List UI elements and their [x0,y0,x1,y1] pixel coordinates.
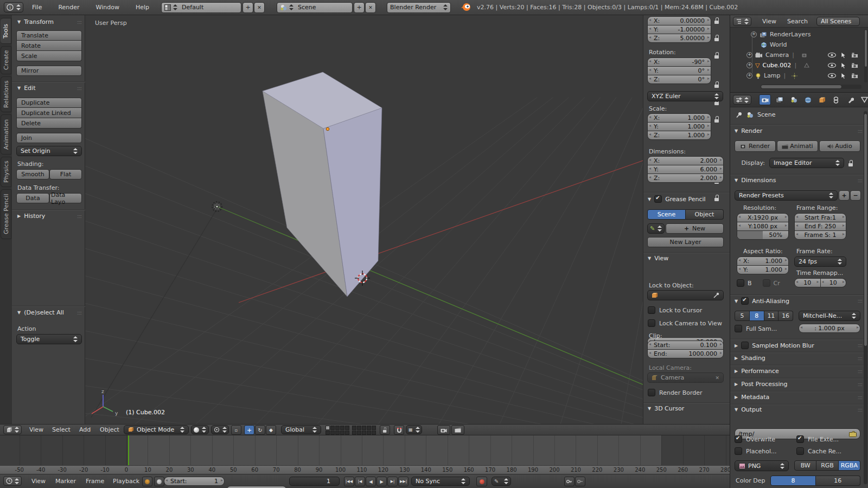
location-z-field[interactable]: Z:5.00000 [647,34,711,43]
tool-shelf-tab-grease-pencil[interactable]: Grease Pencil [1,189,11,239]
gp-brush-dropdown[interactable]: ✎ [647,223,665,234]
panel-checkbox[interactable] [741,342,749,349]
pin-icon[interactable] [736,111,743,118]
renderable-camera-icon[interactable] [851,53,858,58]
anti-aliasing-checkbox[interactable] [741,297,749,305]
jump-next-keyframe-button[interactable]: ▶| [387,477,398,486]
breadcrumb-scene[interactable]: Scene [757,111,776,118]
menu-add[interactable]: Add [76,426,94,433]
tab-data[interactable] [859,97,868,103]
gp-new-layer-button[interactable]: New Layer [647,237,724,247]
menu-help[interactable]: Help [132,4,152,11]
rotation-y-field[interactable]: Y:0° [647,66,711,75]
jump-to-start-button[interactable]: |◀◀ [344,477,354,486]
data-layout-button[interactable]: Data Layo [49,193,82,203]
manipulator-translate-toggle[interactable]: + [244,425,254,435]
duplicate-button[interactable]: Duplicate [16,98,82,108]
render-border-checkbox[interactable] [648,389,655,396]
panel-deselect-header[interactable]: ▼ (De)select All:::: [17,309,81,316]
add-scene-button[interactable]: + [354,2,365,13]
renderable-camera-icon[interactable] [851,63,858,68]
outliner-row[interactable]: + RenderLayers [730,29,864,40]
layer-cell[interactable] [335,426,340,430]
snap-magnet-toggle[interactable] [394,425,404,435]
gp-new-button[interactable]: +New [666,223,724,234]
menu-view[interactable]: View [759,18,780,25]
resolution-percent-slider[interactable]: 50% [737,230,789,240]
panel-3d-cursor-header[interactable]: ▼ 3D Cursor [648,405,725,412]
render-audio-button[interactable]: Audio [819,140,860,152]
panel-history-header[interactable]: ▶ History:::: [17,213,81,220]
placeholders-checkbox[interactable] [735,447,742,455]
lock-object-field[interactable] [647,290,724,300]
action-dropdown[interactable]: Toggle [16,334,82,344]
layer-cell[interactable] [352,426,356,430]
menu-select[interactable]: Select [49,426,74,433]
location-y-field[interactable]: Y:-1.00000 [647,25,711,34]
layer-cell[interactable] [340,426,344,430]
aa-filter-size-field[interactable]: : 1.000 px [799,324,860,333]
panel-sampled-motion-blur-header[interactable]: ▶Sampled Motion Blur:::: [735,342,862,349]
layer-cell[interactable] [357,426,361,430]
sync-dropdown[interactable]: No Sync [411,477,470,486]
jump-prev-keyframe-button[interactable]: |◀ [355,477,365,486]
jump-to-end-button[interactable]: ▶▶| [398,477,409,486]
close-layout-button[interactable]: ✕ [254,2,265,13]
end-frame-field[interactable]: End:250 [226,486,287,488]
crop-checkbox[interactable] [763,279,770,287]
end-frame-field[interactable]: End F: 250 [794,222,846,231]
cube-object[interactable] [263,72,382,297]
display-dropdown[interactable]: Image Editor [769,158,844,168]
delete-keyframe-button[interactable] [575,477,585,486]
aa-samples-5[interactable]: 5 [735,311,750,321]
lock-to-scene-toggle[interactable] [380,425,390,435]
tab-modifiers[interactable] [845,97,856,104]
panel-edit-header[interactable]: ▼ Edit:::: [17,85,81,92]
layer-cell[interactable] [367,431,371,435]
menu-view[interactable]: View [28,478,49,485]
keying-set-dropdown[interactable]: ✎ [492,477,511,486]
transform-orientation-dropdown[interactable]: Global [281,425,321,434]
horizontal-scrollbar[interactable] [761,85,861,89]
manipulator-scale-toggle[interactable]: ◆ [266,425,276,435]
add-layout-button[interactable]: + [242,2,253,13]
lock-rotation-x-icon[interactable] [713,81,720,88]
join-button[interactable]: Join [16,133,82,143]
current-frame-field[interactable]: 1 [289,477,340,486]
panel-shading-header[interactable]: ▶Shading:::: [735,355,862,362]
folder-icon[interactable] [849,431,857,437]
tool-shelf-tab-create[interactable]: Create [1,46,11,74]
scene-selector[interactable]: Scene [277,2,353,13]
aa-samples-11[interactable]: 11 [764,311,779,321]
layer-cell[interactable] [340,431,344,435]
layer-cell[interactable] [345,431,349,435]
overwrite-checkbox[interactable] [735,435,742,443]
play-button[interactable]: ▶ [376,477,387,486]
scale-y-field[interactable]: Y:1.000 [647,122,711,131]
outliner-row[interactable]: World [730,40,864,50]
depth-8-button[interactable]: 8 [770,476,815,486]
menu-frame[interactable]: Frame [82,478,107,485]
location-x-field[interactable]: X:0.00000 [647,16,711,25]
start-frame-field[interactable]: Start Fra:1 [794,213,846,222]
scale-z-field[interactable]: Z:1.000 [647,131,711,140]
local-camera-field[interactable]: Camera ✕ [647,373,724,383]
clip-start-field[interactable]: Start:0.100 [647,341,724,350]
menu-object[interactable]: Object [97,426,123,433]
viewport-shading-dropdown[interactable] [191,425,209,434]
depth-16-button[interactable]: 16 [816,476,860,486]
lock-camera-checkbox[interactable] [648,319,655,327]
border-row[interactable]: B Cr [737,279,780,287]
tab-render-layers[interactable] [774,97,785,103]
renderable-camera-icon[interactable] [851,73,858,79]
layer-cell[interactable] [330,431,335,435]
render-border-row[interactable]: Render Border [648,389,703,396]
layer-cell[interactable] [330,426,335,430]
tool-shelf-tab-tools[interactable]: Tools [1,18,11,44]
layer-cell[interactable] [326,431,330,435]
aspect-y-field[interactable]: Y:1.000 [737,265,789,274]
viewport-3d[interactable]: z y User Persp (1) Cube.002 ToolsCreateR… [0,15,730,424]
menu-window[interactable]: Window [93,4,123,11]
menu-view[interactable]: View [26,426,47,433]
aa-filter-dropdown[interactable]: Mitchell-Ne... [799,311,860,321]
